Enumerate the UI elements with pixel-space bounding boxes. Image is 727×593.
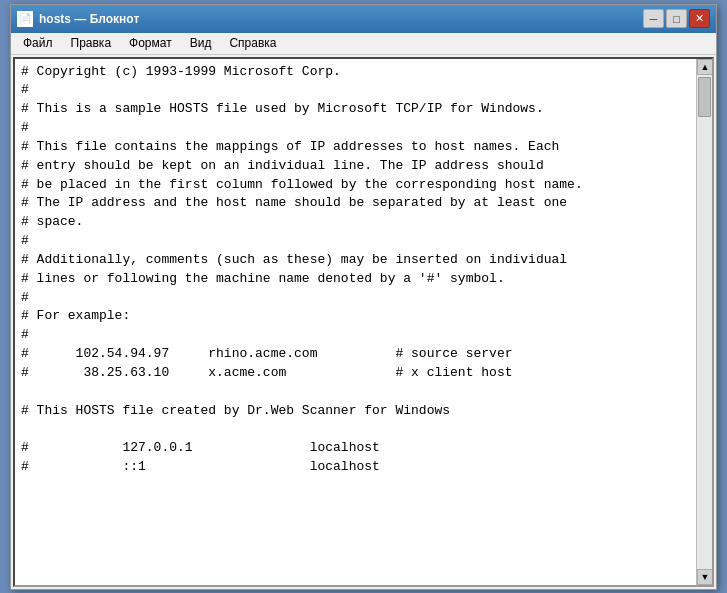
maximize-button[interactable]: □ (666, 9, 687, 28)
editor-area: # Copyright (c) 1993-1999 Microsoft Corp… (13, 57, 714, 587)
title-bar: 📄 hosts — Блокнот ─ □ ✕ (11, 5, 716, 33)
app-icon: 📄 (17, 11, 33, 27)
text-editor[interactable]: # Copyright (c) 1993-1999 Microsoft Corp… (15, 59, 696, 585)
scroll-up-button[interactable]: ▲ (697, 59, 713, 75)
menu-help[interactable]: Справка (221, 34, 284, 52)
vertical-scrollbar[interactable]: ▲ ▼ (696, 59, 712, 585)
menu-format[interactable]: Формат (121, 34, 180, 52)
scroll-thumb[interactable] (698, 77, 711, 117)
menu-view[interactable]: Вид (182, 34, 220, 52)
minimize-button[interactable]: ─ (643, 9, 664, 28)
menu-file[interactable]: Файл (15, 34, 61, 52)
menu-edit[interactable]: Правка (63, 34, 120, 52)
menu-bar: Файл Правка Формат Вид Справка (11, 33, 716, 55)
window-controls: ─ □ ✕ (643, 9, 710, 28)
scroll-down-button[interactable]: ▼ (697, 569, 713, 585)
scroll-track[interactable] (697, 75, 712, 569)
notepad-window: 📄 hosts — Блокнот ─ □ ✕ Файл Правка Форм… (10, 4, 717, 590)
window-title: hosts — Блокнот (39, 12, 139, 26)
close-button[interactable]: ✕ (689, 9, 710, 28)
title-bar-left: 📄 hosts — Блокнот (17, 11, 139, 27)
